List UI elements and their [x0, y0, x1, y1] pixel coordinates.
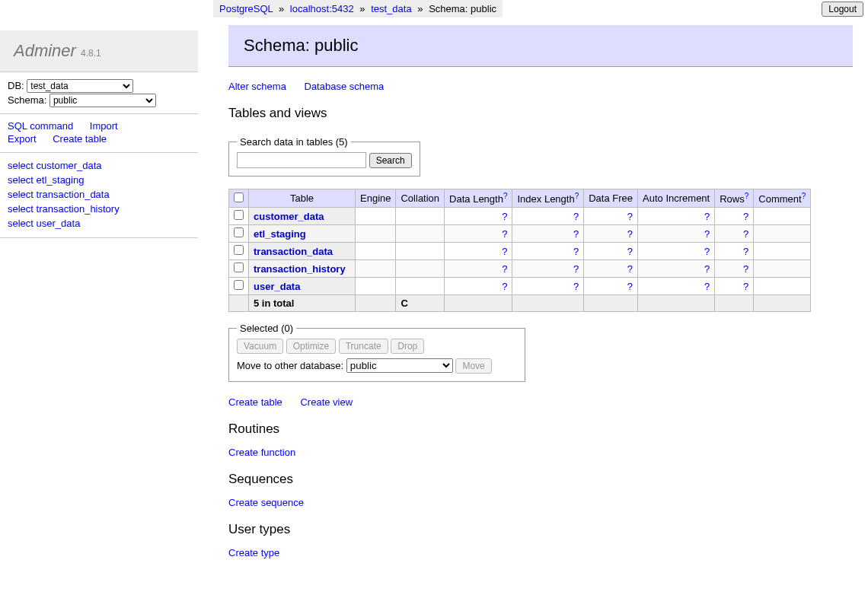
row-checkbox[interactable] [234, 280, 244, 290]
truncate-button[interactable] [339, 339, 388, 354]
q-link[interactable]: ? [627, 281, 633, 292]
search-legend: Search data in tables (5) [237, 136, 351, 148]
move-label: Move to other database: [237, 360, 343, 371]
breadcrumb-server[interactable]: localhost:5432 [290, 3, 354, 14]
row-checkbox[interactable] [234, 227, 244, 237]
alter-schema-link[interactable]: Alter schema [228, 81, 286, 92]
q-link[interactable]: ? [502, 263, 507, 275]
import-link[interactable]: Import [90, 120, 118, 132]
col-data-free: Data Free [584, 189, 638, 208]
col-data-length: Data Length? [445, 189, 512, 208]
table-name-link[interactable]: customer_data [254, 211, 324, 222]
row-checkbox[interactable] [234, 245, 244, 255]
table-name-link[interactable]: etl_staging [254, 228, 306, 240]
q-link[interactable]: ? [743, 211, 748, 222]
selected-legend: Selected (0) [237, 323, 296, 334]
create-table-link-side[interactable]: Create table [53, 133, 107, 145]
breadcrumb-db[interactable]: test_data [371, 3, 412, 14]
db-select[interactable]: test_data [27, 79, 133, 93]
table-name-link[interactable]: user_data [254, 281, 300, 292]
sql-command-link[interactable]: SQL command [8, 120, 73, 132]
sequences-heading: Sequences [228, 472, 853, 487]
search-button[interactable] [369, 153, 412, 168]
move-button[interactable] [455, 358, 491, 374]
total-label: 5 in total [249, 295, 356, 312]
database-schema-link[interactable]: Database schema [305, 81, 385, 92]
q-link[interactable]: ? [743, 246, 748, 257]
select-all-checkbox[interactable] [234, 192, 244, 202]
col-engine: Engine [356, 189, 396, 208]
sidebar-tables: select customer_data select etl_staging … [0, 153, 198, 238]
sidebar-table-link[interactable]: select transaction_history [8, 202, 177, 215]
create-sequence-link[interactable]: Create sequence [228, 497, 304, 508]
help-icon[interactable]: ? [575, 192, 579, 200]
table-row: customer_data????? [229, 208, 811, 225]
sidebar-table-link[interactable]: select customer_data [8, 159, 177, 172]
table-row: user_data????? [229, 278, 811, 295]
breadcrumb-schema: Schema: public [429, 3, 496, 14]
help-icon[interactable]: ? [802, 192, 806, 200]
export-link[interactable]: Export [8, 133, 37, 145]
q-link[interactable]: ? [704, 211, 710, 222]
row-checkbox[interactable] [234, 262, 244, 272]
tables-heading: Tables and views [228, 106, 853, 121]
q-link[interactable]: ? [627, 228, 633, 240]
search-input[interactable] [237, 152, 366, 168]
q-link[interactable]: ? [573, 263, 579, 275]
table-name-link[interactable]: transaction_history [254, 263, 346, 275]
col-table[interactable]: Table [249, 189, 356, 208]
q-link[interactable]: ? [573, 211, 579, 222]
q-link[interactable]: ? [627, 263, 633, 275]
create-view-link[interactable]: Create view [300, 396, 353, 408]
logout-button[interactable]: Logout [822, 2, 863, 17]
tables-list: Table Engine Collation Data Length? Inde… [228, 189, 811, 312]
optimize-button[interactable] [286, 339, 336, 354]
schema-select-label: Schema: [8, 94, 46, 106]
table-name-link[interactable]: transaction_data [254, 246, 333, 257]
routines-heading: Routines [228, 422, 853, 437]
col-index-length: Index Length? [512, 189, 584, 208]
sidebar-table-link[interactable]: select transaction_data [8, 188, 177, 201]
col-auto-increment: Auto Increment [638, 189, 715, 208]
move-select[interactable]: public [346, 358, 453, 373]
help-icon[interactable]: ? [503, 192, 508, 200]
col-rows: Rows? [715, 189, 754, 208]
q-link[interactable]: ? [573, 281, 579, 292]
create-type-link[interactable]: Create type [228, 547, 279, 558]
q-link[interactable]: ? [502, 228, 507, 240]
q-link[interactable]: ? [502, 246, 507, 257]
sidebar-table-link[interactable]: select user_data [8, 217, 177, 230]
search-fieldset: Search data in tables (5) [228, 136, 420, 177]
q-link[interactable]: ? [743, 281, 748, 292]
q-link[interactable]: ? [743, 263, 748, 275]
selected-fieldset: Selected (0) Move to other database: pub… [228, 323, 525, 382]
q-link[interactable]: ? [627, 246, 633, 257]
help-icon[interactable]: ? [745, 192, 749, 200]
q-link[interactable]: ? [704, 228, 710, 240]
user-types-heading: User types [228, 522, 853, 537]
breadcrumb: PostgreSQL » localhost:5432 » test_data … [213, 0, 503, 17]
q-link[interactable]: ? [502, 211, 507, 222]
schema-select[interactable]: public [49, 94, 156, 107]
q-link[interactable]: ? [704, 246, 710, 257]
app-title: Adminer 4.8.1 [0, 30, 198, 72]
table-row: transaction_data????? [229, 243, 811, 260]
col-collation: Collation [396, 189, 445, 208]
create-function-link[interactable]: Create function [228, 447, 295, 458]
vacuum-button[interactable] [237, 339, 283, 354]
drop-button[interactable] [391, 339, 424, 354]
q-link[interactable]: ? [704, 263, 710, 275]
q-link[interactable]: ? [743, 228, 748, 240]
q-link[interactable]: ? [573, 228, 579, 240]
table-row: transaction_history????? [229, 260, 811, 278]
q-link[interactable]: ? [627, 211, 633, 222]
page-title: Schema: public [228, 25, 853, 67]
create-table-link[interactable]: Create table [228, 396, 282, 408]
q-link[interactable]: ? [502, 281, 507, 292]
row-checkbox[interactable] [234, 210, 244, 220]
breadcrumb-driver[interactable]: PostgreSQL [219, 3, 273, 14]
q-link[interactable]: ? [573, 246, 579, 257]
sidebar-table-link[interactable]: select etl_staging [8, 173, 177, 186]
db-select-label: DB: [8, 80, 24, 91]
q-link[interactable]: ? [704, 281, 710, 292]
